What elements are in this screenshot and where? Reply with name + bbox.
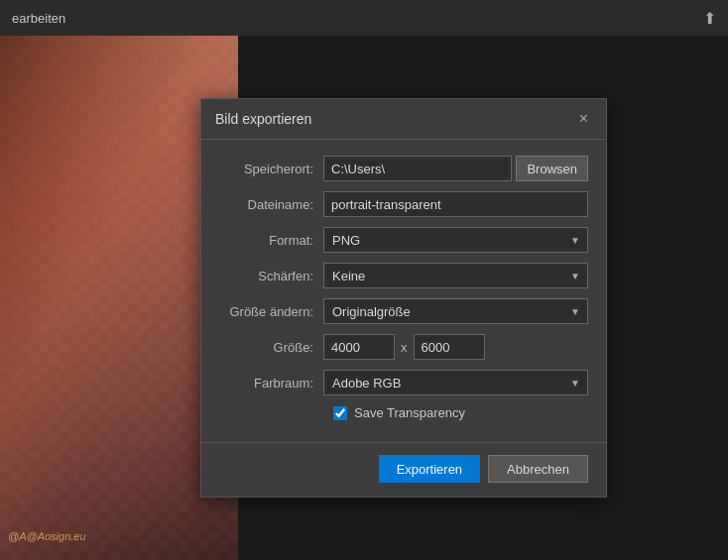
format-select[interactable]: PNG JPEG TIFF BMP: [323, 227, 588, 253]
schaerfen-select[interactable]: Keine Leicht Standard Stark: [323, 263, 588, 288]
dialog-overlay: Bild exportieren × Speicherort: Browsen …: [0, 36, 728, 560]
app-title: earbeiten: [12, 11, 65, 26]
cancel-button[interactable]: Abbrechen: [488, 455, 588, 483]
save-transparency-checkbox[interactable]: [333, 406, 347, 420]
farbraum-select[interactable]: Adobe RGB sRGB Graustufen: [323, 370, 588, 395]
speicherort-input[interactable]: [323, 156, 512, 181]
save-transparency-label: Save Transparency: [354, 405, 465, 420]
farbraum-select-wrapper: Adobe RGB sRGB Graustufen ▼: [323, 370, 588, 395]
dateiname-controls: [323, 191, 588, 217]
groesse-aendern-row: Größe ändern: Originalgröße Benutzerdefi…: [219, 298, 588, 324]
speicherort-label: Speicherort:: [219, 162, 323, 176]
schaerfen-label: Schärfen:: [219, 269, 323, 283]
schaerfen-controls: Keine Leicht Standard Stark ▼: [323, 263, 588, 288]
groesse-controls: x: [323, 334, 588, 360]
top-bar: earbeiten ⬆: [0, 0, 728, 36]
farbraum-controls: Adobe RGB sRGB Graustufen ▼: [323, 370, 588, 395]
dialog-title-bar: Bild exportieren ×: [201, 99, 606, 140]
size-separator: x: [401, 340, 408, 355]
speicherort-controls: Browsen: [323, 156, 588, 181]
groesse-aendern-controls: Originalgröße Benutzerdefiniert Prozentu…: [323, 298, 588, 324]
dialog-footer: Exportieren Abbrechen: [201, 442, 606, 497]
farbraum-label: Farbraum:: [219, 376, 323, 391]
dateiname-row: Dateiname:: [219, 191, 588, 217]
save-transparency-row: Save Transparency: [219, 405, 588, 420]
export-dialog: Bild exportieren × Speicherort: Browsen …: [200, 98, 607, 498]
format-row: Format: PNG JPEG TIFF BMP ▼: [219, 227, 588, 253]
speicherort-row: Speicherort: Browsen: [219, 156, 588, 181]
dialog-close-button[interactable]: ×: [575, 109, 592, 129]
height-input[interactable]: [414, 334, 485, 360]
dateiname-input[interactable]: [323, 191, 588, 217]
schaerfen-row: Schärfen: Keine Leicht Standard Stark ▼: [219, 263, 588, 288]
width-input[interactable]: [323, 334, 395, 360]
format-label: Format:: [219, 233, 323, 248]
export-icon[interactable]: ⬆: [703, 9, 716, 28]
groesse-label: Größe:: [219, 340, 323, 355]
dialog-title: Bild exportieren: [215, 111, 311, 127]
farbraum-row: Farbraum: Adobe RGB sRGB Graustufen ▼: [219, 370, 588, 395]
schaerfen-select-wrapper: Keine Leicht Standard Stark ▼: [323, 263, 588, 288]
export-button[interactable]: Exportieren: [379, 455, 480, 483]
groesse-row: Größe: x: [219, 334, 588, 360]
format-select-wrapper: PNG JPEG TIFF BMP ▼: [323, 227, 588, 253]
browse-button[interactable]: Browsen: [516, 156, 588, 181]
groesse-aendern-select[interactable]: Originalgröße Benutzerdefiniert Prozentu…: [323, 298, 588, 324]
groesse-aendern-select-wrapper: Originalgröße Benutzerdefiniert Prozentu…: [323, 298, 588, 324]
dialog-body: Speicherort: Browsen Dateiname: Format:: [201, 140, 606, 434]
dateiname-label: Dateiname:: [219, 197, 323, 212]
groesse-aendern-label: Größe ändern:: [219, 304, 323, 319]
format-controls: PNG JPEG TIFF BMP ▼: [323, 227, 588, 253]
